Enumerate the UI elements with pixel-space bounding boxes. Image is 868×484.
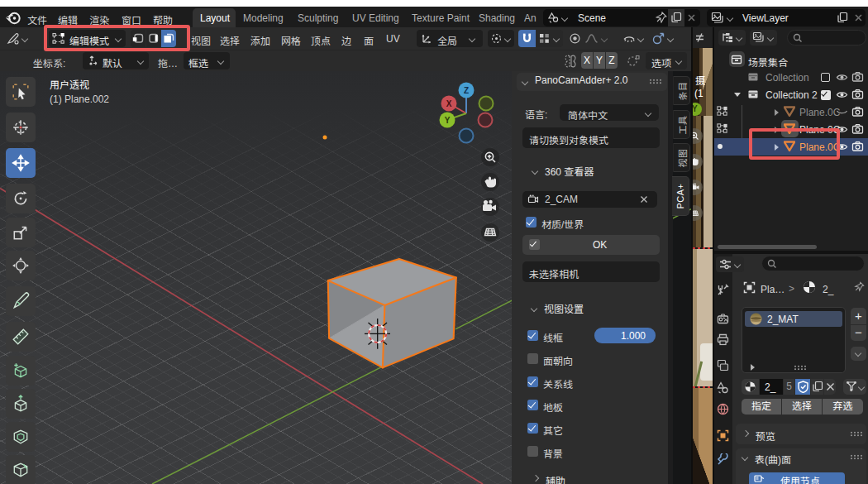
svg-text:X: X xyxy=(446,99,452,108)
svg-text:Y: Y xyxy=(445,116,451,125)
svg-text:Z: Z xyxy=(464,86,469,95)
